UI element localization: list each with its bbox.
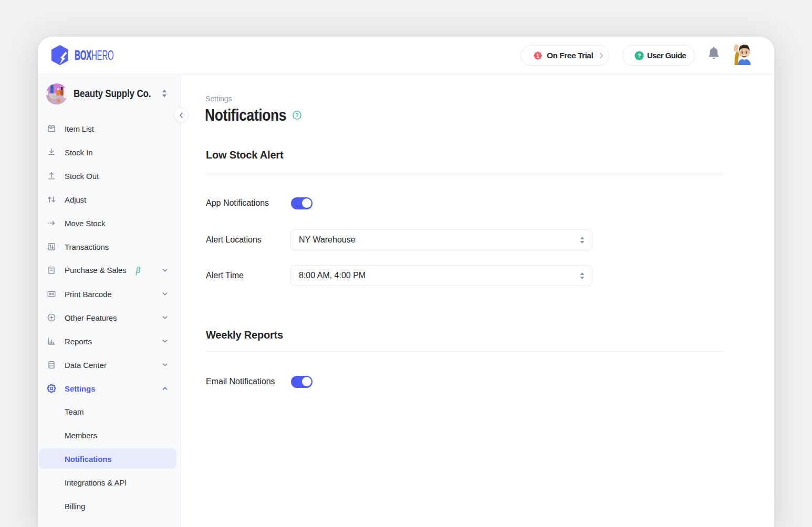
svg-text:?: ?: [295, 112, 298, 118]
svg-text:?: ?: [638, 52, 641, 59]
svg-text:1: 1: [536, 52, 539, 58]
